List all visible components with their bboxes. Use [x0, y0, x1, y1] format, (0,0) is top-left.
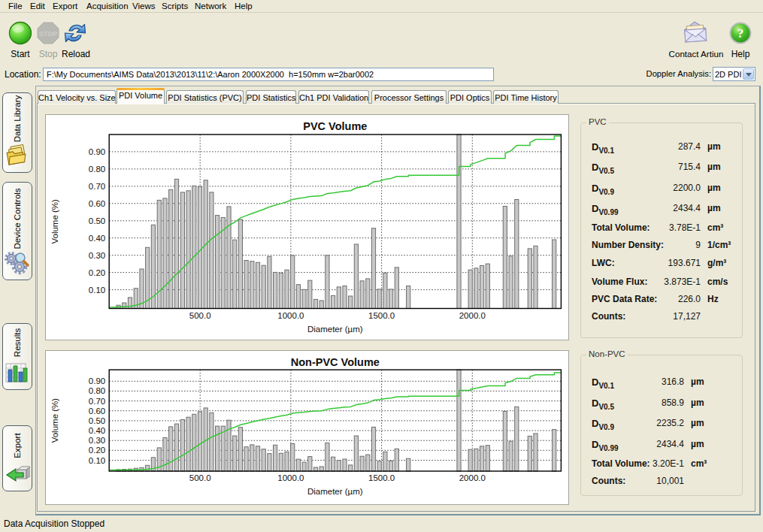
svg-text:500.0: 500.0: [189, 311, 211, 320]
svg-text:STOP: STOP: [39, 30, 57, 38]
svg-text:0.40: 0.40: [89, 234, 105, 243]
svg-text:1000.0: 1000.0: [277, 473, 304, 482]
svg-text:1500.0: 1500.0: [368, 473, 395, 482]
svg-text:2000.0: 2000.0: [459, 473, 486, 482]
svg-text:PVC Volume: PVC Volume: [303, 120, 367, 132]
svg-text:1000.0: 1000.0: [277, 311, 304, 320]
svg-text:0.60: 0.60: [89, 199, 105, 208]
svg-text:0.40: 0.40: [89, 426, 105, 435]
svg-text:0.90: 0.90: [89, 147, 105, 156]
svg-text:0.60: 0.60: [89, 407, 105, 416]
svg-text:0.50: 0.50: [89, 416, 105, 425]
svg-text:0.90: 0.90: [89, 376, 105, 385]
svg-text:0.30: 0.30: [89, 251, 105, 260]
svg-text:Diameter (µm): Diameter (µm): [307, 325, 363, 334]
svg-text:0.80: 0.80: [89, 386, 105, 395]
svg-text:0.70: 0.70: [89, 182, 105, 191]
svg-text:Volume (%): Volume (%): [50, 199, 59, 244]
svg-text:?: ?: [737, 26, 744, 41]
svg-text:0.10: 0.10: [89, 286, 105, 295]
svg-text:0.20: 0.20: [89, 268, 105, 277]
svg-text:Volume (%): Volume (%): [50, 398, 59, 443]
svg-text:0.20: 0.20: [89, 446, 105, 455]
svg-text:0.30: 0.30: [89, 436, 105, 445]
svg-text:500.0: 500.0: [189, 473, 211, 482]
svg-text:0.70: 0.70: [89, 397, 105, 406]
svg-text:0.80: 0.80: [89, 165, 105, 174]
svg-text:0.50: 0.50: [89, 216, 105, 225]
svg-text:Diameter (µm): Diameter (µm): [307, 487, 363, 496]
svg-text:1500.0: 1500.0: [368, 311, 395, 320]
svg-text:0.10: 0.10: [89, 456, 105, 465]
svg-text:2000.0: 2000.0: [459, 311, 486, 320]
svg-text:Non-PVC Volume: Non-PVC Volume: [291, 356, 380, 368]
